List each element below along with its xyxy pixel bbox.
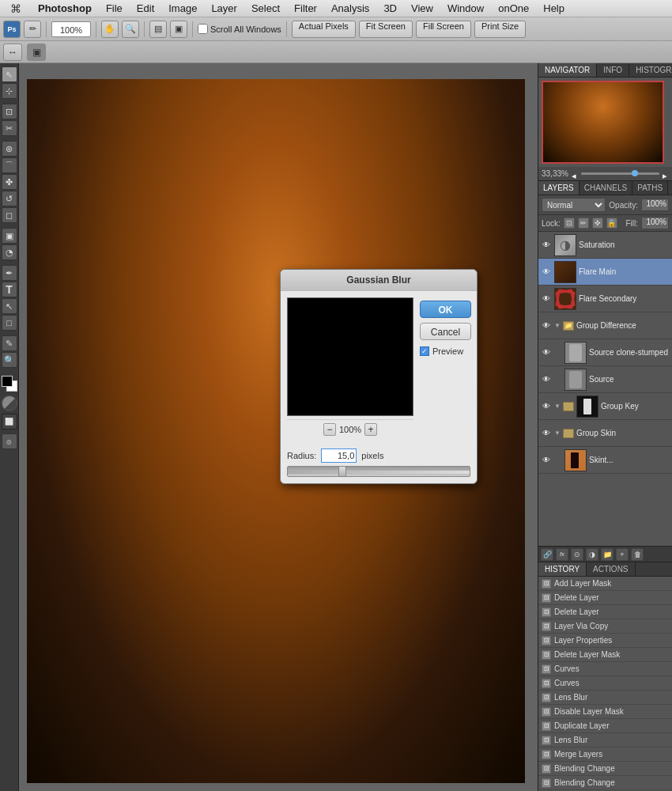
layer-visibility-toggle[interactable]: 👁 xyxy=(541,320,552,331)
preview-checkbox[interactable]: ✓ xyxy=(420,346,429,356)
layer-visibility-toggle[interactable]: 👁 xyxy=(541,240,552,251)
notes-tool[interactable]: ✎ xyxy=(2,335,17,351)
fill-value[interactable]: 100% xyxy=(641,217,669,229)
layer-fx-icon[interactable]: fx xyxy=(556,548,568,561)
layer-visibility-toggle[interactable]: 👁 xyxy=(541,347,552,358)
apple-menu[interactable]: ⌘ xyxy=(0,2,32,15)
menu-analysis[interactable]: Analysis xyxy=(325,1,376,16)
history-item[interactable]: ⊡ Layer Properties xyxy=(538,634,672,648)
path-select-tool[interactable]: ↖ xyxy=(2,298,17,314)
quick-mask-toggle[interactable] xyxy=(2,396,17,411)
nav-zoom-out[interactable]: ◂ xyxy=(572,171,578,177)
menu-layer[interactable]: Layer xyxy=(205,1,244,16)
history-item[interactable]: ⊡ Disable Layer Mask xyxy=(538,705,672,719)
zoom-out-btn[interactable]: − xyxy=(323,423,336,436)
extra-options[interactable]: ▣ xyxy=(170,21,187,38)
tab-histogram[interactable]: HISTOGRAM xyxy=(629,63,672,77)
clone-tool[interactable]: ✤ xyxy=(2,174,17,190)
menu-edit[interactable]: Edit xyxy=(130,1,160,16)
cancel-button[interactable]: Cancel xyxy=(420,323,471,340)
tab-paths[interactable]: PATHS xyxy=(632,181,668,195)
lock-move-btn[interactable]: ✜ xyxy=(592,218,603,229)
menu-filter[interactable]: Filter xyxy=(288,1,323,16)
history-item[interactable]: ⊡ Curves xyxy=(538,676,672,691)
eraser-tool[interactable]: ◻ xyxy=(2,207,17,223)
zoom-in-btn[interactable]: + xyxy=(364,423,377,436)
hand-tool[interactable]: ✋ xyxy=(101,21,119,38)
actual-pixels-btn[interactable]: Actual Pixels xyxy=(292,21,356,38)
3d-tool[interactable]: ⌾ xyxy=(2,433,17,449)
layer-visibility-toggle[interactable]: 👁 xyxy=(541,428,552,439)
tab-channels[interactable]: CHANNELS xyxy=(580,181,632,195)
tab-navigator[interactable]: NAVIGATOR xyxy=(538,63,597,77)
menu-onone[interactable]: onOne xyxy=(492,1,535,16)
ok-button[interactable]: OK xyxy=(420,301,471,318)
spot-heal-tool[interactable]: ⊛ xyxy=(2,141,17,157)
layer-item[interactable]: 👁 Source xyxy=(538,366,672,393)
history-item[interactable]: ⊡ Duplicate Layer xyxy=(538,719,672,733)
layer-item[interactable]: 👁 ◑ Saturation xyxy=(538,232,672,259)
layer-visibility-toggle[interactable]: 👁 xyxy=(541,374,552,385)
type-tool[interactable]: T xyxy=(2,282,17,297)
layer-item[interactable]: 👁 Source clone-stumped xyxy=(538,339,672,366)
zoom-tool[interactable]: 🔍 xyxy=(122,21,139,38)
history-item[interactable]: ⊡ Add Layer Mask xyxy=(538,577,672,591)
fit-screen-btn[interactable]: Fit Screen xyxy=(359,21,413,38)
blend-mode-select[interactable]: Normal xyxy=(542,198,606,212)
eyedropper-tool[interactable]: ✂ xyxy=(2,120,17,136)
history-item[interactable]: ⊡ Merge Layers xyxy=(538,747,672,762)
menu-file[interactable]: File xyxy=(100,1,129,16)
tool-mode-1[interactable]: ↔ xyxy=(3,44,22,61)
tab-history[interactable]: HISTORY xyxy=(538,562,587,576)
menu-3d[interactable]: 3D xyxy=(377,1,403,16)
tab-actions[interactable]: ACTIONS xyxy=(587,562,635,576)
brush-tool[interactable]: ⌒ xyxy=(2,157,17,173)
layer-item[interactable]: 👁 ▼ 📁 Group Difference xyxy=(538,312,672,339)
history-item[interactable]: ⊡ Lens Blur xyxy=(538,733,672,747)
group-expand-arrow[interactable]: ▼ xyxy=(554,403,561,410)
layer-visibility-toggle[interactable]: 👁 xyxy=(541,401,552,412)
group-expand-arrow[interactable]: ▼ xyxy=(554,430,561,437)
nav-zoom-in[interactable]: ▸ xyxy=(663,171,669,177)
layer-adjustment-icon[interactable]: ◑ xyxy=(586,548,598,561)
print-size-btn[interactable]: Print Size xyxy=(474,21,526,38)
layer-delete-icon[interactable]: 🗑 xyxy=(631,548,644,561)
layer-mask-icon[interactable]: ⊙ xyxy=(571,548,583,561)
slider-thumb[interactable] xyxy=(338,466,346,477)
layer-new-icon[interactable]: + xyxy=(616,548,629,561)
layer-group-icon[interactable]: 📁 xyxy=(601,548,613,561)
history-item[interactable]: ⊡ Layer Via Copy xyxy=(538,619,672,634)
history-item[interactable]: ⊡ Delete Layer xyxy=(538,605,672,619)
layer-visibility-toggle[interactable]: 👁 xyxy=(541,293,552,305)
menu-select[interactable]: Select xyxy=(245,1,286,16)
screen-mode-btn[interactable]: ⬜ xyxy=(2,414,17,430)
foreground-color[interactable] xyxy=(2,376,13,387)
tool-mode-2[interactable]: ▣ xyxy=(27,44,46,61)
brush-tool[interactable]: ✏ xyxy=(24,21,41,38)
layer-visibility-toggle[interactable]: 👁 xyxy=(541,455,552,466)
layer-item[interactable]: 👁 Flare Secondary xyxy=(538,286,672,312)
magic-select-tool[interactable]: ⊹ xyxy=(2,83,17,99)
history-item[interactable]: ⊡ Lens Blur xyxy=(538,691,672,705)
history-item[interactable]: ⊡ Delete Layer xyxy=(538,591,672,605)
history-item[interactable]: ⊡ Curves xyxy=(538,662,672,676)
layer-item[interactable]: 👁 ▼ Group Key xyxy=(538,393,672,420)
history-brush-tool[interactable]: ↺ xyxy=(2,191,17,206)
menu-help[interactable]: Help xyxy=(537,1,571,16)
nav-zoom-slider[interactable] xyxy=(581,172,659,175)
fill-screen-btn[interactable]: Fill Screen xyxy=(416,21,471,38)
tab-info[interactable]: INFO xyxy=(597,63,629,77)
scroll-all-checkbox[interactable] xyxy=(198,24,208,34)
history-item[interactable]: ⊡ Blending Change xyxy=(538,776,672,790)
history-item[interactable]: ⊡ Blending Change xyxy=(538,762,672,776)
menu-view[interactable]: View xyxy=(405,1,440,16)
tab-layers[interactable]: LAYERS xyxy=(538,181,580,195)
burn-tool[interactable]: ◔ xyxy=(2,244,17,260)
zoom-tool[interactable]: 🔍 xyxy=(2,352,17,368)
layer-item[interactable]: 👁 Flare Main xyxy=(538,259,672,286)
layer-item[interactable]: 👁 ▼ Group Skin xyxy=(538,420,672,447)
radius-input[interactable] xyxy=(321,448,357,463)
lock-paint-btn[interactable]: ✏ xyxy=(578,218,589,229)
crop-tool[interactable]: ⊡ xyxy=(2,104,17,119)
layer-visibility-toggle[interactable]: 👁 xyxy=(541,267,552,278)
